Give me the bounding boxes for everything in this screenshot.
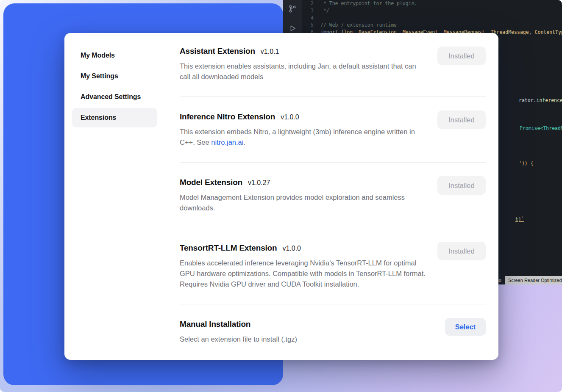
code-line: 5 // Web / extension runtime: [302, 22, 562, 29]
sidebar-item-advanced-settings[interactable]: Advanced Settings: [72, 87, 157, 107]
extension-description: Model Management Extension provides mode…: [180, 192, 426, 213]
installed-button[interactable]: Installed: [437, 176, 486, 195]
settings-sidebar: My Models My Settings Advanced Settings …: [64, 33, 165, 360]
extension-version: v1.0.27: [248, 179, 270, 187]
desktop-background: 2 * The entrypoint for the plugin. 3 */ …: [0, 0, 562, 392]
extension-name: Assistant Extension: [180, 47, 255, 56]
extension-version: v1.0.0: [282, 245, 301, 252]
extension-header: Manual Installation: [180, 320, 486, 329]
code-fragment: t}`: [515, 216, 524, 222]
line-number: 3: [302, 7, 314, 14]
line-number: 5: [302, 22, 314, 29]
code-fragment: rator.inference(data));: [519, 97, 562, 103]
code-fragment: Promise<ThreadMessage>: [520, 125, 562, 131]
extension-row-model: Model Extension v1.0.27 Model Management…: [180, 163, 486, 228]
extensions-panel: Assistant Extension v1.0.1 This extensio…: [165, 33, 498, 360]
code-text: // Web / extension runtime: [320, 22, 397, 29]
line-number: 4: [302, 14, 314, 22]
nitro-jan-ai-link[interactable]: nitro.jan.ai: [211, 138, 243, 146]
source-control-icon[interactable]: [288, 4, 297, 14]
settings-modal: My Models My Settings Advanced Settings …: [64, 33, 498, 360]
code-text: * The entrypoint for the plugin.: [320, 0, 417, 7]
line-number: 2: [302, 0, 314, 7]
code-line: 2 * The entrypoint for the plugin.: [302, 0, 562, 7]
code-line: 4: [302, 14, 562, 22]
installed-button[interactable]: Installed: [437, 47, 486, 65]
sidebar-item-extensions[interactable]: Extensions: [72, 108, 157, 127]
extension-name: Model Extension: [180, 178, 242, 187]
code-text: */: [320, 7, 329, 14]
extension-name: Inference Nitro Extension: [180, 112, 275, 121]
extension-version: v1.0.0: [281, 113, 299, 121]
run-debug-icon[interactable]: [288, 24, 297, 33]
description-text: .: [243, 138, 245, 146]
extension-row-tensorrt-llm: TensortRT-LLM Extension v1.0.0 Enables a…: [180, 228, 486, 304]
manual-installation-description: Select an extension file to install (.tg…: [180, 334, 426, 345]
extension-description: This extension enables assistants, inclu…: [180, 61, 426, 82]
extension-description: Enables accelerated inference leveraging…: [180, 258, 426, 290]
code-fragment: ')) {: [519, 160, 534, 166]
extension-version: v1.0.1: [261, 48, 279, 55]
extension-name: TensortRT-LLM Extension: [180, 243, 277, 253]
code-line: 3 */: [302, 7, 562, 14]
code-token: ContentType: [535, 29, 562, 35]
code-token: ,: [529, 29, 535, 35]
select-file-button[interactable]: Select: [445, 318, 486, 336]
extension-description: This extension embeds Nitro, a lightweig…: [180, 127, 426, 148]
screen-reader-notice[interactable]: Screen Reader Optimized: [505, 276, 562, 284]
manual-installation-row: Manual Installation Select an extension …: [180, 304, 486, 359]
manual-installation-title: Manual Installation: [180, 320, 250, 329]
extension-row-assistant: Assistant Extension v1.0.1 This extensio…: [180, 33, 486, 97]
sidebar-item-my-models[interactable]: My Models: [72, 46, 157, 65]
sidebar-item-my-settings[interactable]: My Settings: [72, 66, 157, 86]
installed-button[interactable]: Installed: [437, 242, 486, 260]
extension-row-inference-nitro: Inference Nitro Extension v1.0.0 This ex…: [180, 97, 486, 163]
installed-button[interactable]: Installed: [437, 110, 486, 129]
